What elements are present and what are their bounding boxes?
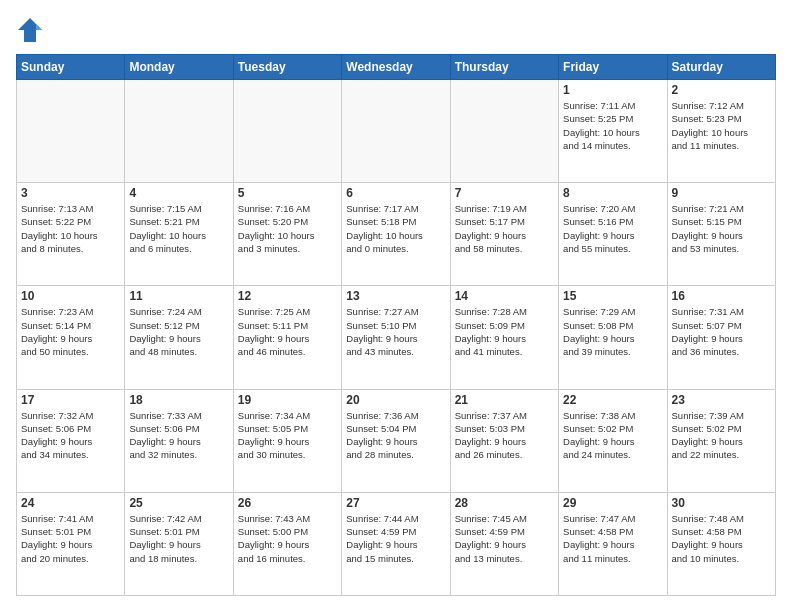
calendar-cell: 29Sunrise: 7:47 AM Sunset: 4:58 PM Dayli… (559, 492, 667, 595)
day-info: Sunrise: 7:28 AM Sunset: 5:09 PM Dayligh… (455, 305, 554, 358)
weekday-header-row: SundayMondayTuesdayWednesdayThursdayFrid… (17, 55, 776, 80)
day-number: 8 (563, 186, 662, 200)
day-info: Sunrise: 7:15 AM Sunset: 5:21 PM Dayligh… (129, 202, 228, 255)
day-number: 20 (346, 393, 445, 407)
week-row-3: 10Sunrise: 7:23 AM Sunset: 5:14 PM Dayli… (17, 286, 776, 389)
logo-icon (16, 16, 44, 44)
weekday-monday: Monday (125, 55, 233, 80)
calendar-cell: 6Sunrise: 7:17 AM Sunset: 5:18 PM Daylig… (342, 183, 450, 286)
day-info: Sunrise: 7:44 AM Sunset: 4:59 PM Dayligh… (346, 512, 445, 565)
day-info: Sunrise: 7:17 AM Sunset: 5:18 PM Dayligh… (346, 202, 445, 255)
day-number: 30 (672, 496, 771, 510)
day-info: Sunrise: 7:39 AM Sunset: 5:02 PM Dayligh… (672, 409, 771, 462)
day-number: 6 (346, 186, 445, 200)
day-number: 5 (238, 186, 337, 200)
day-number: 1 (563, 83, 662, 97)
day-info: Sunrise: 7:12 AM Sunset: 5:23 PM Dayligh… (672, 99, 771, 152)
calendar-cell: 11Sunrise: 7:24 AM Sunset: 5:12 PM Dayli… (125, 286, 233, 389)
day-info: Sunrise: 7:13 AM Sunset: 5:22 PM Dayligh… (21, 202, 120, 255)
calendar-cell: 25Sunrise: 7:42 AM Sunset: 5:01 PM Dayli… (125, 492, 233, 595)
calendar-cell (342, 80, 450, 183)
day-info: Sunrise: 7:36 AM Sunset: 5:04 PM Dayligh… (346, 409, 445, 462)
calendar-cell: 8Sunrise: 7:20 AM Sunset: 5:16 PM Daylig… (559, 183, 667, 286)
page: SundayMondayTuesdayWednesdayThursdayFrid… (0, 0, 792, 612)
week-row-2: 3Sunrise: 7:13 AM Sunset: 5:22 PM Daylig… (17, 183, 776, 286)
weekday-sunday: Sunday (17, 55, 125, 80)
day-number: 29 (563, 496, 662, 510)
day-number: 17 (21, 393, 120, 407)
calendar-cell (233, 80, 341, 183)
calendar-cell (125, 80, 233, 183)
calendar-cell: 5Sunrise: 7:16 AM Sunset: 5:20 PM Daylig… (233, 183, 341, 286)
calendar-cell: 23Sunrise: 7:39 AM Sunset: 5:02 PM Dayli… (667, 389, 775, 492)
day-number: 2 (672, 83, 771, 97)
calendar-cell: 4Sunrise: 7:15 AM Sunset: 5:21 PM Daylig… (125, 183, 233, 286)
calendar-cell: 27Sunrise: 7:44 AM Sunset: 4:59 PM Dayli… (342, 492, 450, 595)
day-info: Sunrise: 7:45 AM Sunset: 4:59 PM Dayligh… (455, 512, 554, 565)
day-number: 18 (129, 393, 228, 407)
calendar-cell: 16Sunrise: 7:31 AM Sunset: 5:07 PM Dayli… (667, 286, 775, 389)
day-info: Sunrise: 7:19 AM Sunset: 5:17 PM Dayligh… (455, 202, 554, 255)
header (16, 16, 776, 44)
day-number: 11 (129, 289, 228, 303)
calendar-cell: 22Sunrise: 7:38 AM Sunset: 5:02 PM Dayli… (559, 389, 667, 492)
calendar-cell: 28Sunrise: 7:45 AM Sunset: 4:59 PM Dayli… (450, 492, 558, 595)
week-row-5: 24Sunrise: 7:41 AM Sunset: 5:01 PM Dayli… (17, 492, 776, 595)
day-number: 12 (238, 289, 337, 303)
day-info: Sunrise: 7:27 AM Sunset: 5:10 PM Dayligh… (346, 305, 445, 358)
day-number: 21 (455, 393, 554, 407)
day-info: Sunrise: 7:42 AM Sunset: 5:01 PM Dayligh… (129, 512, 228, 565)
calendar-cell: 20Sunrise: 7:36 AM Sunset: 5:04 PM Dayli… (342, 389, 450, 492)
day-number: 27 (346, 496, 445, 510)
day-info: Sunrise: 7:21 AM Sunset: 5:15 PM Dayligh… (672, 202, 771, 255)
calendar-cell: 17Sunrise: 7:32 AM Sunset: 5:06 PM Dayli… (17, 389, 125, 492)
calendar-cell: 7Sunrise: 7:19 AM Sunset: 5:17 PM Daylig… (450, 183, 558, 286)
day-info: Sunrise: 7:25 AM Sunset: 5:11 PM Dayligh… (238, 305, 337, 358)
day-number: 22 (563, 393, 662, 407)
day-info: Sunrise: 7:11 AM Sunset: 5:25 PM Dayligh… (563, 99, 662, 152)
day-number: 14 (455, 289, 554, 303)
weekday-tuesday: Tuesday (233, 55, 341, 80)
day-number: 10 (21, 289, 120, 303)
calendar-cell: 3Sunrise: 7:13 AM Sunset: 5:22 PM Daylig… (17, 183, 125, 286)
day-number: 28 (455, 496, 554, 510)
day-info: Sunrise: 7:47 AM Sunset: 4:58 PM Dayligh… (563, 512, 662, 565)
calendar-cell: 30Sunrise: 7:48 AM Sunset: 4:58 PM Dayli… (667, 492, 775, 595)
day-info: Sunrise: 7:48 AM Sunset: 4:58 PM Dayligh… (672, 512, 771, 565)
calendar-cell: 10Sunrise: 7:23 AM Sunset: 5:14 PM Dayli… (17, 286, 125, 389)
calendar-cell: 13Sunrise: 7:27 AM Sunset: 5:10 PM Dayli… (342, 286, 450, 389)
day-number: 16 (672, 289, 771, 303)
day-info: Sunrise: 7:20 AM Sunset: 5:16 PM Dayligh… (563, 202, 662, 255)
weekday-wednesday: Wednesday (342, 55, 450, 80)
calendar-cell: 14Sunrise: 7:28 AM Sunset: 5:09 PM Dayli… (450, 286, 558, 389)
day-info: Sunrise: 7:16 AM Sunset: 5:20 PM Dayligh… (238, 202, 337, 255)
weekday-thursday: Thursday (450, 55, 558, 80)
calendar-cell: 9Sunrise: 7:21 AM Sunset: 5:15 PM Daylig… (667, 183, 775, 286)
day-info: Sunrise: 7:29 AM Sunset: 5:08 PM Dayligh… (563, 305, 662, 358)
weekday-saturday: Saturday (667, 55, 775, 80)
day-info: Sunrise: 7:38 AM Sunset: 5:02 PM Dayligh… (563, 409, 662, 462)
calendar-cell: 15Sunrise: 7:29 AM Sunset: 5:08 PM Dayli… (559, 286, 667, 389)
logo (16, 16, 48, 44)
day-number: 23 (672, 393, 771, 407)
day-info: Sunrise: 7:24 AM Sunset: 5:12 PM Dayligh… (129, 305, 228, 358)
calendar-cell: 24Sunrise: 7:41 AM Sunset: 5:01 PM Dayli… (17, 492, 125, 595)
day-info: Sunrise: 7:32 AM Sunset: 5:06 PM Dayligh… (21, 409, 120, 462)
calendar-cell: 26Sunrise: 7:43 AM Sunset: 5:00 PM Dayli… (233, 492, 341, 595)
day-info: Sunrise: 7:23 AM Sunset: 5:14 PM Dayligh… (21, 305, 120, 358)
day-number: 24 (21, 496, 120, 510)
day-number: 26 (238, 496, 337, 510)
day-number: 7 (455, 186, 554, 200)
calendar-cell: 18Sunrise: 7:33 AM Sunset: 5:06 PM Dayli… (125, 389, 233, 492)
calendar-cell: 12Sunrise: 7:25 AM Sunset: 5:11 PM Dayli… (233, 286, 341, 389)
day-number: 13 (346, 289, 445, 303)
day-number: 9 (672, 186, 771, 200)
calendar-cell (17, 80, 125, 183)
day-info: Sunrise: 7:31 AM Sunset: 5:07 PM Dayligh… (672, 305, 771, 358)
day-number: 3 (21, 186, 120, 200)
day-number: 15 (563, 289, 662, 303)
svg-marker-1 (36, 24, 42, 30)
day-number: 4 (129, 186, 228, 200)
calendar-cell (450, 80, 558, 183)
day-info: Sunrise: 7:37 AM Sunset: 5:03 PM Dayligh… (455, 409, 554, 462)
